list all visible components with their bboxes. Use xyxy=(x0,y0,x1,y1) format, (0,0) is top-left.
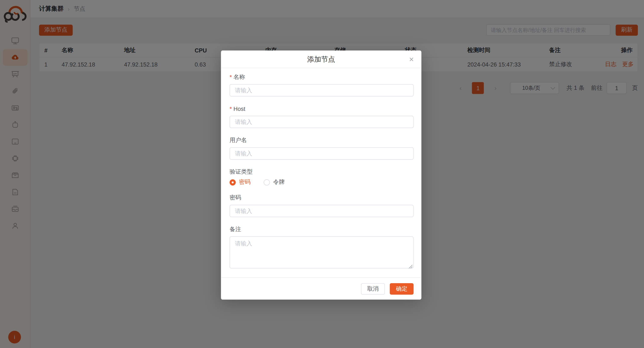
modal-header: 添加节点 ✕ xyxy=(221,50,422,68)
password-radio[interactable] xyxy=(230,179,236,185)
token-radio[interactable] xyxy=(264,179,270,185)
auth-type-field-label: 验证类型 xyxy=(230,169,414,175)
username-field-label: 用户名 xyxy=(230,137,414,144)
username-input[interactable] xyxy=(230,147,414,160)
password-radio-label[interactable]: 密码 xyxy=(239,178,250,186)
host-field-label: * Host xyxy=(230,106,414,112)
token-radio-label[interactable]: 令牌 xyxy=(273,178,285,186)
name-field-label: * 名称 xyxy=(230,74,414,80)
remark-textarea[interactable] xyxy=(230,237,414,269)
close-icon[interactable]: ✕ xyxy=(408,55,415,63)
app-root: i 计算集群 › 节点 添加节点 刷新 # 名称 地 xyxy=(0,0,644,348)
modal-footer: 取消 确定 xyxy=(221,277,422,300)
required-asterisk: * xyxy=(230,74,232,80)
required-asterisk: * xyxy=(230,106,232,112)
name-input[interactable] xyxy=(230,84,414,97)
cancel-button[interactable]: 取消 xyxy=(361,283,385,295)
auth-type-radio-group: 密码 令牌 xyxy=(230,179,414,186)
modal-title: 添加节点 xyxy=(307,54,335,64)
host-input[interactable] xyxy=(230,116,414,128)
modal-body: * 名称 * Host 用户名 验证类型 密码 xyxy=(221,68,422,270)
add-node-modal: 添加节点 ✕ * 名称 * Host 用户名 验证类型 xyxy=(221,50,422,300)
password-input[interactable] xyxy=(230,205,414,217)
password-field-label: 密码 xyxy=(230,194,414,201)
remark-field-label: 备注 xyxy=(230,226,414,233)
confirm-button[interactable]: 确定 xyxy=(390,283,414,295)
